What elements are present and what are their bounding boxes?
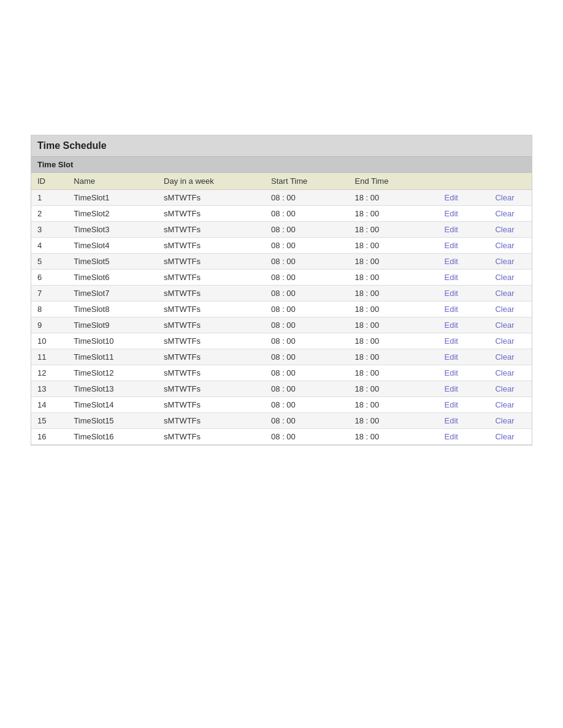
edit-button[interactable]: Edit — [445, 209, 458, 218]
cell-start: 08 : 00 — [265, 301, 348, 317]
clear-button[interactable]: Clear — [495, 416, 514, 425]
edit-button[interactable]: Edit — [445, 257, 458, 266]
col-edit-header — [427, 173, 478, 190]
clear-button[interactable]: Clear — [495, 432, 514, 441]
cell-id: 11 — [31, 349, 67, 365]
edit-button[interactable]: Edit — [445, 336, 458, 346]
cell-start: 08 : 00 — [265, 222, 348, 238]
cell-clear: Clear — [478, 397, 532, 413]
cell-day: sMTWTFs — [158, 365, 265, 381]
clear-button[interactable]: Clear — [495, 209, 514, 218]
edit-button[interactable]: Edit — [445, 193, 458, 202]
edit-button[interactable]: Edit — [445, 305, 458, 314]
table-row: 3 TimeSlot3 sMTWTFs 08 : 00 18 : 00 Edit… — [31, 222, 532, 238]
clear-button[interactable]: Clear — [495, 352, 514, 362]
col-start: Start Time — [265, 173, 348, 190]
cell-edit: Edit — [427, 413, 478, 429]
cell-clear: Clear — [478, 222, 532, 238]
cell-name: TimeSlot16 — [67, 429, 158, 445]
cell-clear: Clear — [478, 190, 532, 206]
cell-name: TimeSlot14 — [67, 397, 158, 413]
clear-button[interactable]: Clear — [495, 273, 514, 282]
cell-clear: Clear — [478, 429, 532, 445]
table-row: 9 TimeSlot9 sMTWTFs 08 : 00 18 : 00 Edit… — [31, 317, 532, 333]
cell-name: TimeSlot15 — [67, 413, 158, 429]
clear-button[interactable]: Clear — [495, 384, 514, 393]
table-row: 6 TimeSlot6 sMTWTFs 08 : 00 18 : 00 Edit… — [31, 270, 532, 286]
cell-name: TimeSlot3 — [67, 222, 158, 238]
edit-button[interactable]: Edit — [445, 384, 458, 393]
cell-edit: Edit — [427, 238, 478, 254]
edit-button[interactable]: Edit — [445, 352, 458, 362]
cell-end: 18 : 00 — [348, 333, 427, 349]
cell-day: sMTWTFs — [158, 317, 265, 333]
cell-id: 6 — [31, 270, 67, 286]
clear-button[interactable]: Clear — [495, 257, 514, 266]
cell-day: sMTWTFs — [158, 238, 265, 254]
edit-button[interactable]: Edit — [445, 241, 458, 250]
cell-clear: Clear — [478, 381, 532, 397]
cell-id: 5 — [31, 254, 67, 270]
top-spacer — [31, 12, 532, 135]
clear-button[interactable]: Clear — [495, 400, 514, 409]
edit-button[interactable]: Edit — [445, 225, 458, 234]
clear-button[interactable]: Clear — [495, 289, 514, 298]
clear-button[interactable]: Clear — [495, 320, 514, 330]
cell-clear: Clear — [478, 206, 532, 222]
clear-button[interactable]: Clear — [495, 225, 514, 234]
clear-button[interactable]: Clear — [495, 305, 514, 314]
table-row: 13 TimeSlot13 sMTWTFs 08 : 00 18 : 00 Ed… — [31, 381, 532, 397]
clear-button[interactable]: Clear — [495, 368, 514, 377]
cell-edit: Edit — [427, 349, 478, 365]
edit-button[interactable]: Edit — [445, 273, 458, 282]
cell-name: TimeSlot8 — [67, 301, 158, 317]
cell-end: 18 : 00 — [348, 190, 427, 206]
cell-clear: Clear — [478, 301, 532, 317]
edit-button[interactable]: Edit — [445, 400, 458, 409]
cell-start: 08 : 00 — [265, 317, 348, 333]
table-row: 7 TimeSlot7 sMTWTFs 08 : 00 18 : 00 Edit… — [31, 286, 532, 301]
col-day: Day in a week — [158, 173, 265, 190]
cell-end: 18 : 00 — [348, 397, 427, 413]
edit-button[interactable]: Edit — [445, 368, 458, 377]
table-row: 4 TimeSlot4 sMTWTFs 08 : 00 18 : 00 Edit… — [31, 238, 532, 254]
cell-id: 16 — [31, 429, 67, 445]
cell-id: 15 — [31, 413, 67, 429]
cell-name: TimeSlot4 — [67, 238, 158, 254]
edit-button[interactable]: Edit — [445, 416, 458, 425]
time-slot-table: ID Name Day in a week Start Time End Tim… — [31, 173, 532, 445]
cell-end: 18 : 00 — [348, 254, 427, 270]
clear-button[interactable]: Clear — [495, 193, 514, 202]
table-row: 1 TimeSlot1 sMTWTFs 08 : 00 18 : 00 Edit… — [31, 190, 532, 206]
cell-clear: Clear — [478, 349, 532, 365]
cell-edit: Edit — [427, 254, 478, 270]
edit-button[interactable]: Edit — [445, 432, 458, 441]
cell-id: 9 — [31, 317, 67, 333]
cell-start: 08 : 00 — [265, 429, 348, 445]
edit-button[interactable]: Edit — [445, 289, 458, 298]
cell-start: 08 : 00 — [265, 286, 348, 301]
cell-edit: Edit — [427, 317, 478, 333]
cell-edit: Edit — [427, 333, 478, 349]
cell-clear: Clear — [478, 333, 532, 349]
cell-clear: Clear — [478, 413, 532, 429]
cell-end: 18 : 00 — [348, 286, 427, 301]
clear-button[interactable]: Clear — [495, 241, 514, 250]
clear-button[interactable]: Clear — [495, 336, 514, 346]
cell-id: 1 — [31, 190, 67, 206]
table-row: 15 TimeSlot15 sMTWTFs 08 : 00 18 : 00 Ed… — [31, 413, 532, 429]
cell-end: 18 : 00 — [348, 413, 427, 429]
col-clear-header — [478, 173, 532, 190]
cell-day: sMTWTFs — [158, 381, 265, 397]
cell-day: sMTWTFs — [158, 254, 265, 270]
cell-day: sMTWTFs — [158, 301, 265, 317]
cell-name: TimeSlot6 — [67, 270, 158, 286]
cell-name: TimeSlot7 — [67, 286, 158, 301]
table-row: 10 TimeSlot10 sMTWTFs 08 : 00 18 : 00 Ed… — [31, 333, 532, 349]
cell-day: sMTWTFs — [158, 397, 265, 413]
cell-edit: Edit — [427, 286, 478, 301]
cell-start: 08 : 00 — [265, 349, 348, 365]
table-row: 2 TimeSlot2 sMTWTFs 08 : 00 18 : 00 Edit… — [31, 206, 532, 222]
cell-start: 08 : 00 — [265, 270, 348, 286]
edit-button[interactable]: Edit — [445, 320, 458, 330]
